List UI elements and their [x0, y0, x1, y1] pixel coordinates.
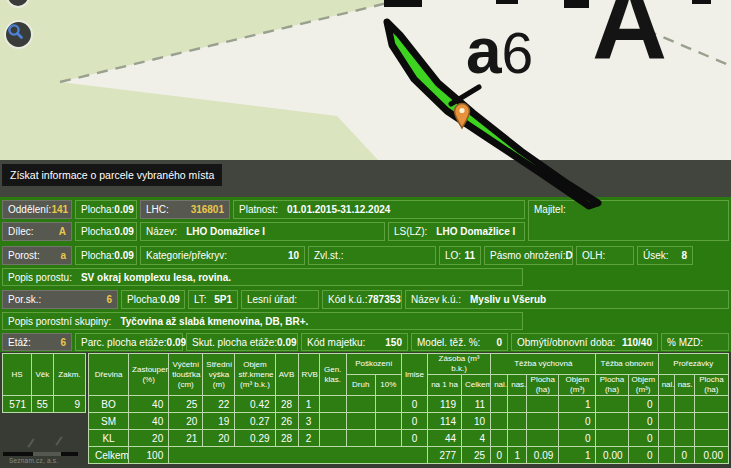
cell-merged-empty — [169, 447, 428, 464]
map-mark — [55, 436, 62, 445]
field-label: Model. těž. %: — [417, 337, 480, 348]
field-plocha-2: Plocha: 0.09 — [75, 222, 137, 241]
field-label: Plocha: — [127, 294, 160, 305]
cell-vycetni: 21 — [169, 430, 203, 447]
field-value: 0.09 — [114, 226, 133, 237]
field-label: LO: — [445, 250, 461, 261]
cell-na1ha: 119 — [427, 396, 461, 413]
table-row: 571 55 9 — [3, 396, 86, 413]
field-label: Dílec: — [8, 226, 34, 237]
col-header-pr-nal: nal. — [658, 375, 674, 396]
cell-stredni: 22 — [203, 396, 235, 413]
cell-pr-nal — [658, 430, 674, 447]
field-label: Platnost: — [239, 204, 278, 215]
cell-na1ha: 277 — [427, 447, 461, 464]
search-button[interactable] — [4, 20, 33, 49]
field-platnost: Platnost: 01.01.2015-31.12.2024 — [233, 200, 525, 219]
col-header-celkem: Celkem — [462, 375, 491, 396]
cell-to-objem: 0 — [628, 413, 658, 430]
field-value: 316801 — [191, 204, 224, 215]
col-header-tv-nas: nas. — [508, 375, 527, 396]
field-skut-plocha: Skut. plocha etáže: 0.09 — [186, 333, 298, 351]
cell-tv-objem: 0 — [559, 430, 596, 447]
field-value: LHO Domažlice I — [186, 226, 265, 237]
cell-celkem: 11 — [462, 396, 491, 413]
cell-na1ha: 44 — [427, 430, 461, 447]
field-value: 8 — [681, 250, 687, 261]
field-value: 10 — [288, 250, 299, 261]
map-mark — [27, 438, 34, 447]
field-value: 0.09 — [160, 294, 179, 305]
field-majitel: Majitel: — [528, 200, 729, 241]
col-header-tv-objem: Objem (m³) — [559, 375, 596, 396]
col-header-avb: AVB — [275, 354, 298, 396]
field-value: a — [60, 250, 66, 261]
field-usek: Úsek: 8 — [637, 246, 693, 265]
field-label: LT: — [194, 294, 207, 305]
field-value: 0.09 — [114, 250, 133, 261]
field-value: 150 — [385, 337, 402, 348]
stand-label-number: 6 — [502, 22, 534, 84]
cell-pr-nas — [674, 396, 694, 413]
group-header-tezba-obnovni: Těžba obnovní — [596, 354, 658, 375]
table-row: SM4020190.2726301141000 — [89, 413, 729, 430]
field-etaz: Etáž: 6 — [2, 333, 72, 351]
map-label-fragment — [496, 0, 518, 4]
cell-pr-nas: 0 — [674, 447, 694, 464]
cell-zakm: 9 — [53, 396, 85, 413]
field-label: Plocha: — [81, 204, 114, 215]
map-label-fragment — [692, 0, 711, 4]
cell-to-plocha: 0.00 — [596, 447, 628, 464]
cell-vek: 55 — [32, 396, 54, 413]
get-parcel-info-button[interactable]: Získat informace o parcele vybraného mís… — [2, 164, 222, 186]
cell-tv-nas: 1 — [508, 447, 527, 464]
field-value: 141 — [51, 204, 68, 215]
field-value: 11 — [464, 250, 475, 261]
cell-druh — [346, 430, 375, 447]
cell-drevina: BO — [89, 396, 129, 413]
col-header-na-1-ha: na 1 ha — [427, 375, 461, 396]
stand-label-a6: a 6 — [466, 20, 533, 84]
field-label: Popis porostní skupiny: — [8, 316, 111, 327]
field-lo: LO: 11 — [439, 246, 481, 265]
field-kod-ku: Kód k.ú.: 787353 — [322, 290, 402, 309]
cell-zastoupeni: 20 — [129, 430, 169, 447]
field-label: Porost: — [8, 250, 40, 261]
cell-rvb: 3 — [298, 413, 319, 430]
group-header-zasoba: Zásoba (m³ b.k.) — [427, 354, 490, 375]
field-value: D — [566, 250, 573, 261]
field-pasmo: Pásmo ohrožení: D — [484, 246, 573, 265]
cell-avb: 28 — [275, 430, 298, 447]
cell-tv-plocha — [527, 430, 559, 447]
col-header-to-objem: Objem (m³) — [628, 375, 658, 396]
field-value: LHO Domažlice I — [436, 226, 515, 237]
field-value: 787353 — [367, 294, 400, 305]
field-nazev: Název: LHO Domažlice I — [140, 222, 385, 241]
field-value: SV okraj komplexu lesa, rovina. — [81, 272, 231, 283]
cell-vycetni: 25 — [169, 396, 203, 413]
cell-pr-plocha — [694, 430, 728, 447]
cell-tv-plocha — [527, 396, 559, 413]
field-value: 0 — [496, 337, 502, 348]
field-value: 110/40 — [622, 337, 652, 348]
stand-table-section: HS Věk Zakm. 571 55 9 Dřevina — [0, 352, 731, 468]
cell-objem: 0.29 — [235, 430, 275, 447]
cell-objem: 0.27 — [235, 413, 275, 430]
col-header-imise: Imise — [401, 354, 427, 396]
map-scalebar — [3, 452, 33, 456]
field-olh: OLH: — [576, 246, 634, 265]
field-label: Úsek: — [643, 250, 669, 261]
map-attribution: Seznam.cz, a.s. — [9, 457, 58, 464]
map-canvas[interactable]: a 6 A — [0, 0, 731, 160]
field-mzd: % MZD: — [661, 333, 729, 351]
field-label: Majitel: — [534, 204, 566, 215]
cell-tv-nas — [508, 413, 527, 430]
field-zvlst: Zvl.st.: — [308, 246, 436, 265]
field-label: Plocha: — [81, 250, 114, 261]
cell-to-plocha — [596, 430, 628, 447]
map-label-fragment — [384, 0, 422, 7]
cell-pr-nal — [658, 413, 674, 430]
field-label: LHC: — [146, 204, 169, 215]
field-lhc: LHC: 316801 — [140, 200, 230, 219]
stand-label-letter: a — [466, 20, 502, 82]
